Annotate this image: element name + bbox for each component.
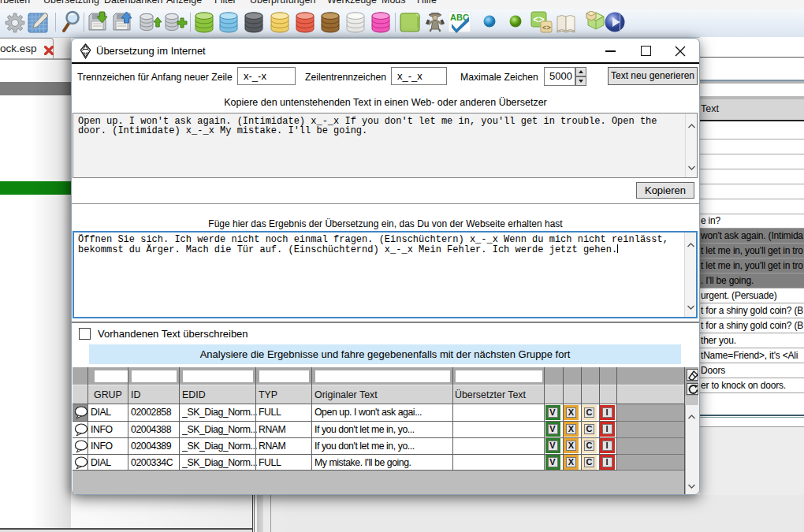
svg-text:<>: <> xyxy=(542,24,551,32)
